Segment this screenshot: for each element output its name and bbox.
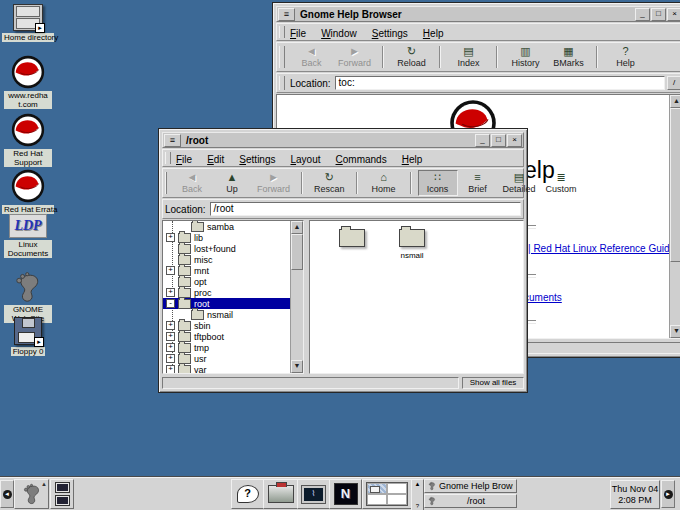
toolbar-grippy[interactable] xyxy=(279,46,285,68)
file-manager-window: ≡ /root _□× FileEditSettingsLayoutComman… xyxy=(158,128,528,393)
locationbar-grippy[interactable] xyxy=(279,76,285,90)
desktop-icon-www-redhat-com[interactable]: www.redhat.com xyxy=(4,55,52,109)
terminal-launcher[interactable]: ⌇ xyxy=(297,479,330,509)
maximize-button[interactable]: □ xyxy=(491,134,506,147)
tree-item-root[interactable]: -root xyxy=(163,298,290,309)
menu-commands[interactable]: Commands xyxy=(336,154,387,165)
pager-current-desk[interactable] xyxy=(367,483,387,494)
toolbar-button-forward[interactable]: ►Forward xyxy=(252,170,295,196)
tree-scrollbar[interactable]: ▲ ▼ xyxy=(290,221,303,373)
file-item-nsmail[interactable]: nsmail xyxy=(386,229,438,260)
toolbar-button-back[interactable]: ◄Back xyxy=(290,44,333,70)
scroll-thumb[interactable] xyxy=(670,108,680,262)
toolbar-button-home[interactable]: ⌂Home xyxy=(364,170,404,196)
tree-expander-icon[interactable]: + xyxy=(166,354,175,363)
task-button-gnome-help-browser[interactable]: Gnome Help Browser xyxy=(424,479,517,493)
toolbar-button-history[interactable]: ▥History xyxy=(504,44,547,70)
menu-edit[interactable]: Edit xyxy=(207,154,224,165)
help-vertical-scrollbar[interactable]: ▲ ▼ xyxy=(669,95,680,338)
menu-settings[interactable]: Settings xyxy=(372,28,408,39)
menubar-grippy[interactable] xyxy=(165,152,171,164)
scroll-track[interactable] xyxy=(291,234,303,360)
clock-applet[interactable]: Thu Nov 04 2:08 PM xyxy=(610,480,660,509)
location-input[interactable]: /root xyxy=(210,202,521,216)
menu-layout[interactable]: Layout xyxy=(291,154,321,165)
toolbar-button-custom[interactable]: ≣Custom xyxy=(541,170,582,196)
desktop-icon-gnome-web-site[interactable]: GNOME Web Site xyxy=(4,271,52,323)
scroll-up-icon[interactable]: ▲ xyxy=(670,95,680,108)
tree-item-var[interactable]: +var xyxy=(163,364,290,373)
toolbar-button-brief[interactable]: ≡Brief xyxy=(458,170,498,196)
menubar-grippy[interactable] xyxy=(279,26,285,38)
scroll-up-icon[interactable]: ▲ xyxy=(291,221,303,234)
desktop-icon-home-directory[interactable]: ▸ Home directory xyxy=(4,4,52,42)
tree-expander-icon[interactable]: + xyxy=(166,321,175,330)
desk-guide-applet[interactable] xyxy=(362,479,412,509)
toolbar-button-up[interactable]: ▲Up xyxy=(212,170,252,196)
link-reference-guide[interactable]: | Red Hat Linux Reference Guide xyxy=(528,243,669,254)
toolbar-button-rescan[interactable]: ↻Rescan xyxy=(309,170,350,196)
toolbar-button-detailed[interactable]: ▤Detailed xyxy=(498,170,541,196)
drawer xyxy=(16,6,40,17)
gnome-main-menu-button[interactable]: ▲ xyxy=(14,479,49,509)
minimize-button[interactable]: _ xyxy=(635,8,650,21)
maximize-button[interactable]: □ xyxy=(651,8,666,21)
menu-settings[interactable]: Settings xyxy=(239,154,275,165)
minimize-button[interactable]: _ xyxy=(475,134,490,147)
tree-expander-icon[interactable]: + xyxy=(166,288,175,297)
pager-desk[interactable] xyxy=(387,483,407,494)
toolbar-button-icons[interactable]: ∷Icons xyxy=(418,170,458,196)
location-input[interactable]: toc: xyxy=(335,76,665,90)
tree-expander-icon[interactable]: + xyxy=(166,343,175,352)
task-button--root[interactable]: /root xyxy=(424,494,517,508)
desktop-icon-red-hat-support[interactable]: Red Hat Support xyxy=(4,113,52,167)
menu-file[interactable]: File xyxy=(290,28,306,39)
netscape-launcher[interactable]: N xyxy=(329,479,362,509)
toolbar-grippy[interactable] xyxy=(165,172,167,194)
desktop-icon-floppy-0[interactable]: ▸ Floppy 0 xyxy=(4,317,52,356)
help-launcher[interactable]: ? xyxy=(231,479,264,509)
toolbar-button-back[interactable]: ◄Back xyxy=(172,170,212,196)
tree-expander-icon[interactable]: + xyxy=(166,266,175,275)
menu-help[interactable]: Help xyxy=(402,154,423,165)
toolbar-button-reload[interactable]: ↻Reload xyxy=(390,44,433,70)
tree-expander-icon[interactable]: + xyxy=(166,365,175,373)
tree-expander-icon[interactable]: + xyxy=(166,332,175,341)
tree-expander-icon[interactable]: - xyxy=(166,299,175,308)
pager-question-icon[interactable]: ? xyxy=(416,503,419,509)
location-dropdown-button[interactable]: / xyxy=(667,76,680,90)
panel-hide-left-button[interactable]: ◄ xyxy=(0,480,14,508)
tasklist-applet[interactable] xyxy=(50,479,74,509)
close-button[interactable]: × xyxy=(507,134,522,147)
toolbar-button-bmarks[interactable]: ▦BMarks xyxy=(547,44,590,70)
panel-hide-right-button[interactable]: ► xyxy=(661,480,675,508)
configuration-tool-launcher[interactable] xyxy=(263,479,298,509)
toolbar-button-index[interactable]: ▤Index xyxy=(447,44,490,70)
link-documents[interactable]: cuments xyxy=(524,292,562,303)
desktop-icon-red-hat-errata[interactable]: Red Hat Errata xyxy=(4,169,52,214)
scroll-down-icon[interactable]: ▼ xyxy=(291,360,303,373)
fm-titlebar[interactable]: ≡ /root _□× xyxy=(162,132,524,148)
window-menu-icon[interactable]: ≡ xyxy=(278,8,295,21)
menu-file[interactable]: File xyxy=(176,154,192,165)
scroll-track[interactable] xyxy=(670,108,680,325)
file-item[interactable] xyxy=(326,229,378,260)
toolbar-button-forward[interactable]: ►Forward xyxy=(333,44,376,70)
pager-desk[interactable] xyxy=(387,494,407,505)
tree-item-label: tftpboot xyxy=(194,332,224,342)
scroll-thumb[interactable] xyxy=(291,234,303,270)
help-titlebar[interactable]: ≡ Gnome Help Browser _□× xyxy=(276,6,680,22)
help-toolbar: ◄Back►Forward↻Reload▤Index▥History▦BMark… xyxy=(276,42,680,72)
pager-up-icon[interactable]: ▲ xyxy=(415,481,421,487)
tree-expander-icon[interactable]: + xyxy=(166,233,175,242)
pager-desk[interactable] xyxy=(367,494,387,505)
close-button[interactable]: × xyxy=(667,8,680,21)
reload-icon: ↻ xyxy=(407,46,416,57)
scroll-down-icon[interactable]: ▼ xyxy=(670,325,680,338)
window-menu-icon[interactable]: ≡ xyxy=(164,134,181,147)
desk-guide-side-buttons[interactable]: ▲ ? xyxy=(411,479,424,510)
menu-help[interactable]: Help xyxy=(423,28,444,39)
desktop-icon-ldp[interactable]: LDP Linux Documents xyxy=(4,214,52,258)
toolbar-button-help[interactable]: ?Help xyxy=(604,44,647,70)
menu-window[interactable]: Window xyxy=(321,28,357,39)
